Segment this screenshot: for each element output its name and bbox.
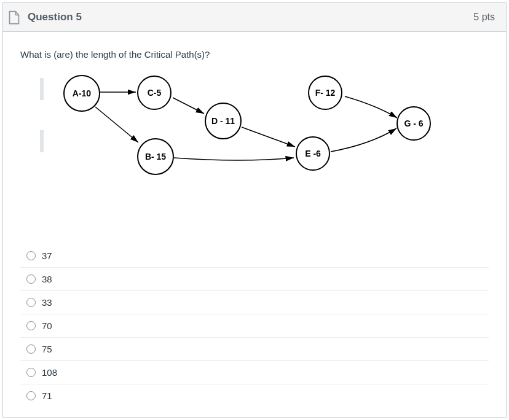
svg-line-2 (173, 98, 204, 114)
header-left: Question 5 (8, 10, 82, 24)
answer-radio[interactable] (26, 321, 36, 330)
question-points: 5 pts (473, 12, 495, 23)
question-card: Question 5 5 pts What is (are) the lengt… (2, 2, 507, 418)
answer-radio[interactable] (26, 391, 36, 400)
answer-label: 70 (42, 321, 52, 331)
critical-path-diagram: A-10 C-5 D - 11 F- 12 B- 15 E -6 G - 6 (20, 72, 487, 219)
answer-list: 37 38 33 70 75 108 (20, 244, 489, 411)
answer-option[interactable]: 71 (20, 384, 489, 411)
question-text: What is (are) the length of the Critical… (20, 49, 489, 60)
answer-option[interactable]: 33 (20, 291, 489, 314)
answer-label: 71 (42, 391, 52, 401)
answer-radio[interactable] (26, 251, 36, 260)
node-c: C-5 (137, 76, 172, 110)
node-g: G - 6 (397, 106, 431, 141)
answer-option[interactable]: 75 (20, 338, 489, 361)
answer-option[interactable]: 108 (20, 361, 489, 384)
node-a: A-10 (63, 75, 100, 112)
answer-label: 33 (42, 297, 52, 308)
answer-radio[interactable] (26, 298, 36, 307)
question-header: Question 5 5 pts (3, 3, 506, 32)
svg-line-3 (242, 127, 295, 147)
answer-label: 37 (42, 251, 52, 261)
answer-label: 75 (42, 344, 52, 354)
answer-option[interactable]: 37 (20, 244, 489, 268)
answer-radio[interactable] (26, 344, 36, 354)
node-b: B- 15 (137, 138, 174, 175)
question-body: What is (are) the length of the Critical… (3, 32, 506, 417)
node-d: D - 11 (205, 103, 242, 139)
node-e: E -6 (296, 136, 330, 171)
answer-label: 108 (42, 367, 57, 378)
answer-option[interactable]: 70 (20, 314, 489, 338)
answer-option[interactable]: 38 (20, 268, 489, 291)
node-f: F- 12 (308, 76, 342, 110)
answer-radio[interactable] (26, 368, 36, 377)
file-icon (8, 10, 20, 24)
answer-radio[interactable] (26, 274, 36, 284)
answer-label: 38 (42, 274, 52, 284)
question-title: Question 5 (28, 11, 82, 23)
svg-line-1 (95, 107, 138, 142)
